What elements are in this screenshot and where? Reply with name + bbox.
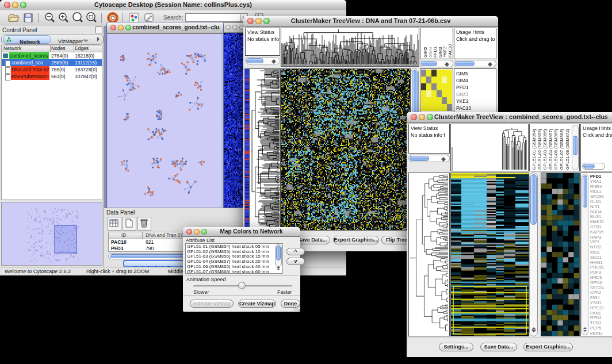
minimize-icon[interactable] — [118, 25, 124, 30]
col-id[interactable]: ID — [121, 232, 127, 238]
usage-hints-text: Click and drag to — [581, 131, 612, 138]
network-edges-count: 107847(0) — [75, 73, 97, 80]
zoom-out-icon[interactable] — [44, 12, 56, 24]
gene-label: GIM3 — [456, 91, 496, 98]
scroll-up-icon[interactable] — [277, 265, 280, 268]
minimize-button[interactable] — [194, 229, 200, 235]
zoom-in-icon[interactable] — [58, 12, 70, 24]
view-status-title: View Status — [246, 28, 280, 35]
control-panel-tabs: Network VizMapper™ — [1, 34, 104, 45]
minimap-cell — [442, 104, 447, 111]
treeview-button-export-graphics-[interactable]: Export Graphics... — [333, 236, 379, 244]
attribute-list-item[interactable]: GPL51-02 (GSM855) heat shock 10 min — [186, 250, 282, 255]
move-down-button[interactable]: v — [286, 258, 305, 265]
usage-hints-hscrollbar[interactable] — [454, 60, 496, 67]
column-dendrogram-pane[interactable] — [281, 28, 419, 67]
row-dendrogram-pane[interactable] — [249, 68, 281, 231]
attribute-table-icon[interactable] — [108, 217, 121, 231]
zoom-button[interactable] — [201, 229, 207, 235]
close-icon[interactable] — [225, 25, 231, 30]
minimize-button[interactable] — [419, 114, 425, 120]
view-status-hscrollbar[interactable] — [408, 155, 450, 162]
move-up-button[interactable]: ^ — [286, 248, 305, 255]
dialog-button-animate-vizmap[interactable]: Animate Vizmap — [190, 300, 234, 308]
attribute-list-item[interactable]: GPL51-07 (GSM868) heat shock 60 min — [186, 270, 282, 274]
network-table-row[interactable]: RNAPuberNov2+563(0)107847(0) — [2, 73, 102, 80]
network-table-row[interactable]: DNA and Tran 07769(0)183728(0) — [2, 66, 102, 73]
scroll-down-icon[interactable] — [277, 269, 280, 272]
search-input[interactable] — [185, 13, 242, 22]
gene-list-vscrollbar[interactable] — [582, 174, 588, 335]
animation-group: Animation Speed Slower Faster — [185, 275, 298, 296]
zoom-icon[interactable] — [125, 25, 131, 30]
col-nodes[interactable]: Nodes — [51, 45, 66, 51]
float-panel-icon[interactable] — [95, 26, 102, 33]
dialog-button-create-vizmap[interactable]: Create Vizmap — [238, 300, 276, 308]
col-edges[interactable]: Edges — [75, 45, 89, 51]
attribute-list-item[interactable]: GPL51-06 (GSM865) heat shock 40 min — [186, 265, 282, 270]
control-panel: Control Panel Network VizMapper™ Network… — [0, 26, 104, 267]
view-status-hscrollbar[interactable] — [245, 57, 280, 64]
treeview-button-settings-[interactable]: Settings... — [439, 343, 473, 351]
dialog-title: Map Colors to Network — [208, 228, 294, 235]
zoom-button[interactable] — [427, 114, 433, 120]
treeview-button-save-data-[interactable]: Save Data... — [480, 343, 517, 351]
close-button[interactable] — [186, 229, 192, 235]
column-labels-pane: GIM5GIM4PFD1GIM3YKE2PAC10 — [420, 28, 453, 59]
attribute-list[interactable]: GPL51-01 (GSM854) heat shock 05 minGPL51… — [185, 243, 283, 274]
treeview2-titlebar[interactable]: ClusterMaker TreeView : combined_scores_… — [407, 112, 612, 123]
save-icon[interactable] — [22, 12, 35, 24]
resize-grip[interactable] — [293, 304, 300, 311]
animation-speed-label: Animation Speed — [186, 277, 226, 282]
column-label: GPL51-07 (GSM868) — [559, 124, 564, 170]
column-labels-vscrollbar[interactable] — [572, 125, 579, 170]
tab-vizmapper[interactable]: VizMapper™ — [52, 35, 94, 43]
zoom-button[interactable] — [20, 2, 26, 8]
zoom-button[interactable] — [263, 18, 270, 24]
network-view-canvas[interactable] — [108, 34, 221, 210]
main-titlebar[interactable]: Cytoscape Desktop (Session Name: collins… — [0, 0, 346, 11]
tab-network[interactable]: Network — [3, 35, 51, 44]
attribute-list-vscrollbar[interactable] — [275, 244, 282, 267]
col-network[interactable]: Network — [3, 45, 21, 51]
heatmap-pane[interactable] — [450, 173, 529, 336]
minimap-cell — [442, 76, 447, 83]
attribute-list-item[interactable]: GPL51-04 (GSM857) heat shock 20 min — [186, 259, 282, 265]
minimize-icon[interactable] — [232, 25, 238, 30]
heatmap-pane[interactable] — [281, 68, 411, 231]
network-table-row[interactable]: combined_sco2569(6)13112(15) — [2, 59, 102, 66]
minimap-cell — [442, 70, 447, 76]
row-dendrogram-pane[interactable] — [408, 173, 450, 336]
minimize-button[interactable] — [12, 2, 18, 8]
close-button[interactable] — [411, 114, 417, 120]
network-table-row[interactable]: combined_scores2764(0)16218(0) — [2, 52, 102, 59]
tab-overflow-icon[interactable] — [97, 37, 102, 41]
dialog-titlebar[interactable]: Map Colors to Network — [183, 227, 300, 237]
minimap-cell — [437, 90, 442, 97]
heatmap-vscrollbar[interactable] — [529, 173, 538, 336]
column-dendrogram-pane[interactable] — [450, 124, 529, 171]
minimap-cell — [421, 90, 426, 97]
treeview1-titlebar[interactable]: ClusterMaker TreeView : DNA and Tran 07-… — [243, 16, 498, 27]
delete-attribute-icon[interactable] — [137, 217, 151, 231]
status-welcome: Welcome to Cytoscape 2.6.2 — [3, 267, 71, 274]
new-attribute-icon[interactable] — [123, 217, 136, 231]
attribute-list-item[interactable]: GPL51-01 (GSM854) heat shock 05 min — [186, 244, 282, 250]
treeview-button-export-graphics-[interactable]: Export Graphics... — [523, 343, 573, 351]
zoom-fit-icon[interactable] — [85, 12, 98, 24]
column-label: GPL51-08 (GSM872) — [565, 124, 570, 170]
zoom-selected-icon[interactable] — [71, 12, 84, 24]
close-icon[interactable] — [110, 25, 116, 30]
minimize-button[interactable] — [255, 18, 262, 24]
network-frame-titlebar[interactable]: combined_scores_good.txt--cluste... — [107, 22, 223, 34]
speed-slider-thumb[interactable] — [238, 282, 246, 289]
close-button[interactable] — [4, 2, 10, 8]
close-button[interactable] — [247, 18, 254, 24]
column-labels-hscrollbar[interactable] — [420, 60, 453, 67]
usage-hints-hscrollbar[interactable] — [582, 163, 605, 170]
birdseye-view[interactable] — [1, 202, 102, 266]
open-file-icon[interactable] — [7, 12, 20, 24]
attribute-list-item[interactable]: GPL51-03 (GSM856) heat shock 15 min — [186, 254, 282, 259]
minimap-cell — [426, 76, 431, 83]
zoom-heatmap-pane[interactable] — [541, 173, 580, 336]
